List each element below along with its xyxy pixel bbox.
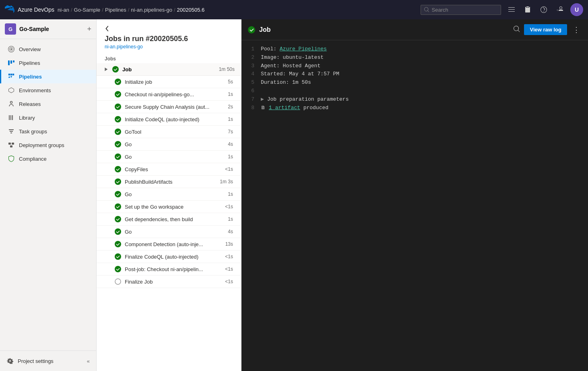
sidebar-item-pipelines-main[interactable]: Pipelines xyxy=(0,56,96,70)
step-status-icon xyxy=(114,191,122,198)
log-line: 4 Started: May 4 at 7:57 PM xyxy=(248,70,582,79)
content-area: Jobs in run #20020505.6 ni-an.pipelines-… xyxy=(97,19,588,371)
sidebar-item-task-groups[interactable]: Task groups xyxy=(0,124,96,138)
azure-devops-logo[interactable]: Azure DevOps xyxy=(5,5,54,15)
artifact-link[interactable]: 1 artifact xyxy=(269,105,300,111)
sidebar: G Go-Sample + Overview Pipelines xyxy=(0,19,97,371)
releases-label: Releases xyxy=(19,101,41,107)
step-duration: 7s xyxy=(228,129,233,135)
job-step[interactable]: PublishBuildArtifacts 1m 3s xyxy=(97,176,241,188)
job-step[interactable]: Initialize job 5s xyxy=(97,76,241,88)
job-step[interactable]: Go 1s xyxy=(97,188,241,201)
log-line-content: 🗎 1 artifact produced xyxy=(261,104,328,112)
sidebar-bottom: Project settings « xyxy=(0,350,96,371)
steps-container: Initialize job 5s Checkout ni-an/pipelin… xyxy=(97,76,241,288)
log-more-options-button[interactable]: ⋮ xyxy=(571,25,582,34)
sidebar-item-deployment-groups[interactable]: Deployment groups xyxy=(0,138,96,152)
step-status-icon xyxy=(114,265,122,273)
job-step[interactable]: GoTool 7s xyxy=(97,126,241,138)
svg-point-20 xyxy=(115,228,121,235)
log-line-number: 6 xyxy=(248,87,254,95)
step-name: Set up the Go workspace xyxy=(125,204,222,210)
sidebar-nav: Overview Pipelines Pipelines xyxy=(0,39,96,169)
breadcrumb-pipelines-go[interactable]: ni-an.pipelines-go xyxy=(131,7,172,13)
sidebar-item-compliance[interactable]: Compliance xyxy=(0,152,96,166)
search-input[interactable] xyxy=(432,7,497,13)
job-step[interactable]: Finalize Job <1s xyxy=(97,276,241,288)
job-step[interactable]: Go 1s xyxy=(97,151,241,163)
step-name: Secure Supply Chain Analysis (aut... xyxy=(125,104,225,110)
job-step[interactable]: Secure Supply Chain Analysis (aut... 2s xyxy=(97,101,241,113)
job-group-duration: 1m 50s xyxy=(219,66,235,72)
pipelines-main-icon xyxy=(8,59,15,66)
user-avatar[interactable]: U xyxy=(570,3,583,16)
step-name: Go xyxy=(125,229,225,235)
task-groups-label: Task groups xyxy=(19,129,47,135)
view-raw-log-button[interactable]: View raw log xyxy=(524,24,567,35)
project-icon: G xyxy=(5,23,16,35)
add-project-button[interactable]: + xyxy=(87,25,91,33)
breadcrumb-pipelines[interactable]: Pipelines xyxy=(105,7,126,13)
step-name: Go xyxy=(125,154,225,160)
svg-point-17 xyxy=(115,191,121,197)
log-line-number: 5 xyxy=(248,79,254,87)
job-step[interactable]: Post-job: Checkout ni-an/pipelin... <1s xyxy=(97,263,241,276)
step-name: Initialize job xyxy=(125,79,225,85)
job-step[interactable]: Initialize CodeQL (auto-injected) 1s xyxy=(97,113,241,126)
job-step[interactable]: Go 4s xyxy=(97,226,241,238)
breadcrumb-ni-an[interactable]: ni-an xyxy=(58,7,69,13)
jobs-panel: Jobs in run #20020505.6 ni-an.pipelines-… xyxy=(97,19,241,371)
svg-point-8 xyxy=(115,79,121,85)
jobs-subtitle[interactable]: ni-an.pipelines-go xyxy=(105,44,233,50)
step-name: Initialize CodeQL (auto-injected) xyxy=(125,116,225,122)
step-duration: <1s xyxy=(225,254,233,259)
people-icon[interactable] xyxy=(554,4,565,15)
nav-right: U xyxy=(421,3,583,16)
project-settings-item[interactable]: Project settings « xyxy=(0,354,96,368)
job-step[interactable]: Go 4s xyxy=(97,138,241,151)
step-status-icon xyxy=(114,103,122,110)
job-step[interactable]: Component Detection (auto-inje... 13s xyxy=(97,238,241,251)
job-step[interactable]: Get dependencies, then build 1s xyxy=(97,213,241,226)
job-step[interactable]: Finalize CodeQL (auto-injected) <1s xyxy=(97,251,241,263)
log-line-content: Pool: Azure Pipelines xyxy=(261,45,327,54)
step-name: Get dependencies, then build xyxy=(125,216,225,222)
breadcrumb-go-sample[interactable]: Go-Sample xyxy=(74,7,101,13)
log-header: Job View raw log ⋮ xyxy=(241,19,588,40)
project-name: Go-Sample xyxy=(19,26,84,32)
svg-rect-4 xyxy=(8,143,11,145)
job-step[interactable]: Set up the Go workspace <1s xyxy=(97,201,241,213)
help-icon[interactable] xyxy=(538,4,549,15)
step-duration: 13s xyxy=(225,241,233,247)
job-group-header[interactable]: Job 1m 50s xyxy=(97,63,241,76)
sidebar-item-overview[interactable]: Overview xyxy=(0,42,96,56)
step-status-icon xyxy=(114,91,122,98)
log-line: 7 ▶ Job preparation parameters xyxy=(248,95,582,104)
step-name: Go xyxy=(125,141,225,147)
pipelines-main-label: Pipelines xyxy=(19,60,40,66)
log-line-content: Agent: Hosted Agent xyxy=(261,62,320,70)
sidebar-item-pipelines[interactable]: Pipelines xyxy=(0,70,96,83)
search-box[interactable] xyxy=(421,5,501,15)
svg-point-3 xyxy=(10,102,12,104)
back-button[interactable] xyxy=(105,26,233,31)
sidebar-item-library[interactable]: Library xyxy=(0,111,96,124)
job-group-label: Job xyxy=(122,66,216,73)
list-icon[interactable] xyxy=(506,4,517,15)
step-status-icon xyxy=(114,228,122,235)
step-status-icon xyxy=(114,141,122,148)
svg-point-25 xyxy=(248,26,255,33)
step-status-icon xyxy=(114,116,122,123)
sidebar-item-releases[interactable]: Releases xyxy=(0,97,96,111)
log-search-button[interactable] xyxy=(514,26,520,34)
azure-pipelines-link[interactable]: Azure Pipelines xyxy=(280,46,327,52)
sidebar-item-environments[interactable]: Environments xyxy=(0,83,96,97)
collapse-sidebar-button[interactable]: « xyxy=(87,358,90,364)
job-step[interactable]: CopyFiles <1s xyxy=(97,163,241,176)
settings-icon xyxy=(6,357,14,365)
svg-point-19 xyxy=(115,216,121,222)
svg-point-18 xyxy=(115,203,121,210)
clipboard-icon[interactable] xyxy=(522,4,533,15)
job-step[interactable]: Checkout ni-an/pipelines-go... 1s xyxy=(97,88,241,101)
step-duration: 1s xyxy=(228,191,233,197)
